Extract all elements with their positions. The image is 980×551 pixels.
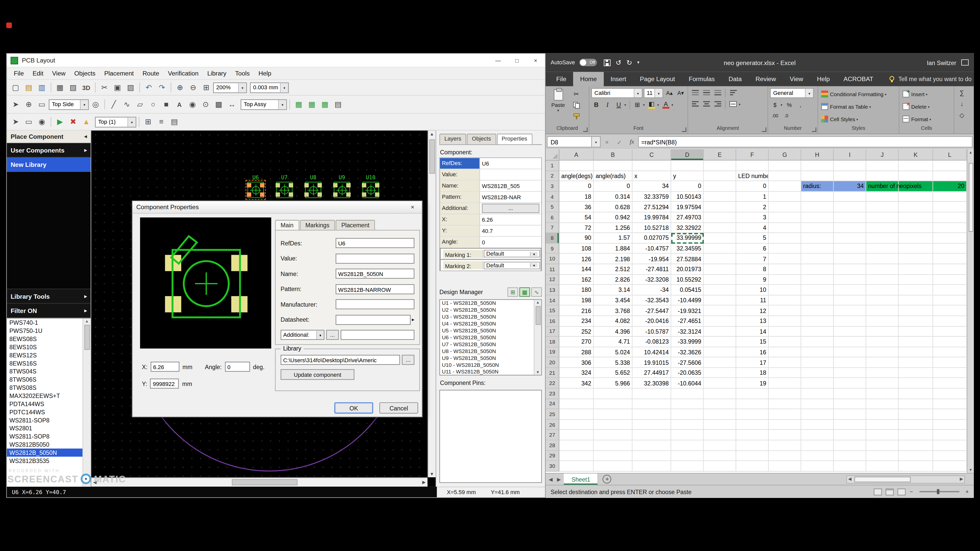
zoom-slider-thumb[interactable] <box>937 489 939 494</box>
cell-A10[interactable]: 126 <box>559 254 594 264</box>
cell-D30[interactable] <box>671 461 703 472</box>
cell-E2[interactable] <box>704 171 736 181</box>
redo-icon[interactable]: ↷ <box>156 81 168 94</box>
enter-entry-icon[interactable]: ✓ <box>613 138 625 145</box>
sheet-tab-sheet1[interactable]: Sheet1 <box>564 473 598 485</box>
cell-A15[interactable]: 216 <box>559 306 594 316</box>
scroll-down-icon[interactable]: ▼ <box>969 468 973 472</box>
grid-step-select[interactable]: 0.003 mm▾ <box>250 82 289 93</box>
paste-icon[interactable]: ▨ <box>124 81 137 94</box>
column-header-B[interactable]: B <box>594 149 633 160</box>
cell-C8[interactable]: 0.027075 <box>632 233 671 244</box>
row-header-7[interactable]: 7 <box>546 223 559 233</box>
cell-H14[interactable] <box>801 295 834 306</box>
cell-C12[interactable]: -32.3208 <box>632 275 671 285</box>
cell-C23[interactable] <box>632 389 671 399</box>
cell-A26[interactable] <box>559 420 594 430</box>
right-panel-tab[interactable]: Layers <box>439 134 466 144</box>
cell-L15[interactable] <box>933 306 967 316</box>
column-header-K[interactable]: K <box>899 149 933 160</box>
cell-G25[interactable] <box>769 410 801 420</box>
cell-F17[interactable]: 14 <box>736 327 769 337</box>
cell-F8[interactable]: 5 <box>736 233 769 244</box>
column-header-C[interactable]: C <box>632 149 671 160</box>
cell-I14[interactable] <box>834 295 866 306</box>
cell-B29[interactable] <box>594 451 633 461</box>
cell-D12[interactable]: 10.55292 <box>671 275 703 285</box>
cell-C27[interactable] <box>632 430 671 441</box>
property-row[interactable]: X: 6.26▾ <box>440 214 541 225</box>
place-component-icon[interactable]: ▦ <box>293 98 305 110</box>
property-row[interactable]: Y: 40.7▾ <box>440 225 541 237</box>
cell-B14[interactable]: 3.454 <box>594 295 633 306</box>
canvas-vscrollbar[interactable]: ▲ ▼ <box>428 130 436 477</box>
cell-G26[interactable] <box>769 420 801 430</box>
cell-D3[interactable]: 0 <box>671 181 703 192</box>
cell-H25[interactable] <box>801 410 834 420</box>
name-box-caret-icon[interactable]: ▾ <box>592 136 600 148</box>
zoom-window-icon[interactable]: ⊞ <box>200 81 213 94</box>
row-header-25[interactable]: 25 <box>546 410 559 420</box>
cell-A29[interactable] <box>559 451 594 461</box>
row-header-6[interactable]: 6 <box>546 213 559 223</box>
cell-C6[interactable]: 19.99784 <box>632 213 671 223</box>
cell-styles-button[interactable]: Cell Styles▾ <box>820 113 897 125</box>
cell-A11[interactable]: 144 <box>559 264 594 275</box>
cell-E7[interactable] <box>704 223 736 233</box>
scroll-right-icon[interactable]: ▶ <box>422 480 426 485</box>
cell-G9[interactable] <box>769 243 801 254</box>
cell-L25[interactable] <box>933 410 967 420</box>
pcb-menu-item[interactable]: Route <box>138 70 164 77</box>
cell-A1[interactable] <box>559 160 594 171</box>
user-name[interactable]: Ian Switzer <box>927 59 956 66</box>
cell-B27[interactable] <box>594 430 633 441</box>
cell-B22[interactable]: 5.966 <box>594 378 633 389</box>
design-manager-tree-icon[interactable]: ⊞ <box>508 287 518 297</box>
bold-button[interactable]: B <box>591 100 601 110</box>
cell-D22[interactable]: -10.6044 <box>671 378 703 389</box>
cell-J23[interactable] <box>866 389 899 399</box>
cell-D16[interactable]: -27.4651 <box>671 316 703 327</box>
cell-B21[interactable]: 5.652 <box>594 368 633 378</box>
column-header-D[interactable]: D <box>671 149 703 160</box>
grow-font-button[interactable]: A▴ <box>664 89 674 98</box>
cell-A30[interactable] <box>559 461 594 472</box>
top-align-button[interactable] <box>690 88 700 97</box>
x-field[interactable]: 6.26 <box>151 362 180 372</box>
cell-L10[interactable] <box>933 254 967 264</box>
copy-button[interactable] <box>571 100 581 110</box>
row-header-30[interactable]: 30 <box>546 461 559 472</box>
row-header-28[interactable]: 28 <box>546 441 559 451</box>
italic-button[interactable]: I <box>603 100 612 110</box>
fill-button[interactable]: ↓ <box>957 99 967 109</box>
row-header-4[interactable]: 4 <box>546 192 559 202</box>
pcb-maximize-button[interactable]: □ <box>508 54 526 67</box>
cell-H2[interactable] <box>801 171 834 181</box>
cell-J25[interactable] <box>866 410 899 420</box>
cell-K26[interactable] <box>899 420 933 430</box>
cell-C10[interactable]: -19.954 <box>632 254 671 264</box>
cell-D9[interactable]: 32.34595 <box>671 243 703 254</box>
component-list-item[interactable]: PWS740-1 <box>7 319 83 327</box>
cell-A9[interactable]: 108 <box>559 243 594 254</box>
cell-K19[interactable] <box>899 347 933 358</box>
cell-A28[interactable] <box>559 441 594 451</box>
place-circle-icon[interactable]: ○ <box>147 98 159 110</box>
property-value[interactable]: U6▾ <box>480 158 541 169</box>
insert-function-icon[interactable]: fx <box>625 139 638 145</box>
pcb-component[interactable]: U9 <box>333 174 351 198</box>
zoom-out-icon[interactable]: − <box>910 489 913 495</box>
cell-I4[interactable] <box>834 192 866 202</box>
update-component-button[interactable]: Update component <box>281 369 355 380</box>
cell-E4[interactable] <box>704 192 736 202</box>
grid-vscrollbar[interactable]: ▲ ▼ <box>967 149 974 473</box>
design-manager-item[interactable]: U7 - WS2812B_5050N <box>440 341 534 348</box>
cell-J29[interactable] <box>866 451 899 461</box>
dialog-tab[interactable]: Main <box>275 220 299 230</box>
cell-B23[interactable] <box>594 389 633 399</box>
cell-B12[interactable]: 2.826 <box>594 275 633 285</box>
pcb-menu-item[interactable]: Library <box>203 70 231 77</box>
cell-D26[interactable] <box>671 420 703 430</box>
library-browse-button[interactable]: ... <box>402 355 414 365</box>
scroll-left-icon[interactable]: ◀ <box>848 477 851 482</box>
